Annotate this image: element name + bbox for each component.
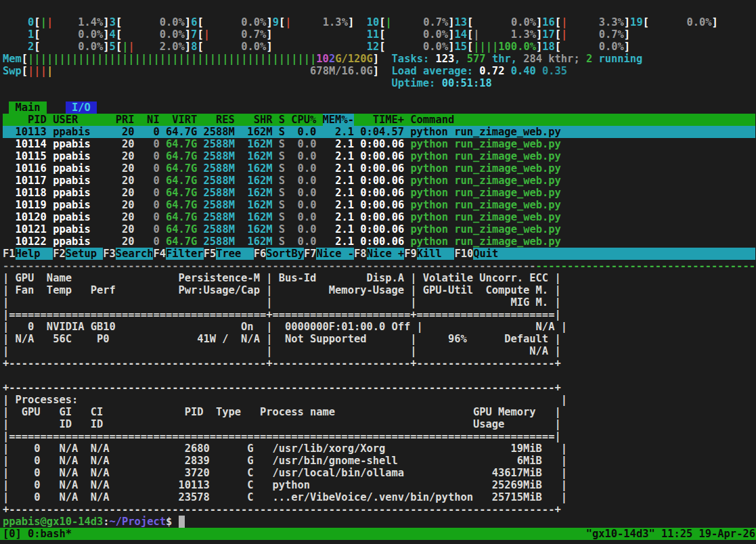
htop-row-10116[interactable]: 10116 ppabis 20 0 64.7G 2588M 162M S 0.0… <box>3 162 756 175</box>
htop-row-10117-text: 2588M <box>204 175 242 187</box>
selected-row-text[interactable]: 10113 ppabis 20 0 64.7G 2588M 162M S 0.0… <box>3 126 755 138</box>
htop-row-10121[interactable]: 10121 ppabis 20 0 64.7G 2588M 162M S 0.0… <box>3 223 756 235</box>
fkey-help[interactable]: Help <box>16 248 53 260</box>
fkey-f9-key[interactable]: F9 <box>404 248 417 260</box>
tab-main[interactable]: Main <box>9 101 47 114</box>
cpu-meters-row-3-text: [ <box>116 41 122 53</box>
cpu-meters-row-1-text <box>3 16 28 28</box>
htop-row-10118[interactable]: 10118 ppabis 20 0 64.7G 2588M 162M S 0.0… <box>3 187 756 199</box>
htop-row-10118-text: python run_zimage_web.py <box>410 187 560 199</box>
fkey-nice-minus[interactable]: Nice - <box>316 248 354 260</box>
htop-row-10119-text: 64.7G <box>166 199 204 211</box>
cpu-meters-row-2-text: ] <box>266 28 272 41</box>
pane-separator: ----------------------------------------… <box>3 260 756 272</box>
header-left-columns[interactable]: PID USER PRI NI VIRT RES SHR S CPU% <box>3 114 323 126</box>
htop-row-10121-text: S <box>279 223 292 235</box>
fkey-f2-key[interactable]: F2 <box>53 248 66 260</box>
htop-row-10122-text: 10122 <box>3 235 53 248</box>
fkey-f10-key[interactable]: F10 <box>454 248 473 260</box>
uptime-row: Uptime: 00:51:18 <box>3 77 756 89</box>
htop-row-10115[interactable]: 10115 ppabis 20 0 64.7G 2588M 162M S 0.0… <box>3 150 756 162</box>
tasks-label: Tasks: <box>392 53 436 65</box>
fkey-f1-key[interactable]: F1 <box>3 248 16 260</box>
gpu-table-header-3: | | | MIG M. | <box>3 296 756 309</box>
htop-row-10122-text: 0 <box>141 235 166 248</box>
cpu-meters-row-2-text: 0.0% <box>385 28 448 41</box>
htop-row-10114[interactable]: 10114 ppabis 20 0 64.7G 2588M 162M S 0.0… <box>3 138 756 150</box>
fkey-nice-plus[interactable]: Nice + <box>367 248 405 260</box>
htop-row-10122-text: 0.0 <box>291 235 322 248</box>
cpu-meters-row-1-text: 10 <box>367 16 380 28</box>
htop-row-10115-text: 0.0 <box>291 150 322 162</box>
fkey-f7-key[interactable]: F7 <box>304 248 317 260</box>
fkey-f4-key[interactable]: F4 <box>153 248 166 260</box>
fkey-f5-key[interactable]: F5 <box>204 248 217 260</box>
gpu-processes-separator: |=======================================… <box>3 430 756 443</box>
fkey-f3-key[interactable]: F3 <box>103 248 116 260</box>
htop-row-10121-text: 64.7G <box>166 223 204 235</box>
cursor-block[interactable] <box>179 516 185 528</box>
fkey-sortby[interactable]: SortBy <box>266 248 304 260</box>
cpu-meters-row-2-text: ] <box>624 28 630 41</box>
htop-row-10120[interactable]: 10120 ppabis 20 0 64.7G 2588M 162M S 0.0… <box>3 211 756 223</box>
tab-io[interactable]: I/O <box>66 101 97 114</box>
gpu-process-row-2680: | 0 N/A N/A 2680 G /usr/lib/xorg/Xorg 19… <box>3 443 756 455</box>
gpu-table-header-3-text: | | | MIG M. | <box>3 296 561 309</box>
gpu-process-row-3720: | 0 N/A N/A 3720 C /usr/local/bin/ollama… <box>3 467 756 479</box>
fkey-f6-key[interactable]: F6 <box>254 248 267 260</box>
cpu-meters-row-3-text: 0.0% <box>561 41 624 53</box>
fkey-search[interactable]: Search <box>116 248 154 260</box>
cpu-meters-row-3-text: 0.0% <box>385 41 448 53</box>
cpu-meters-row-1-text: [ <box>34 16 40 28</box>
header-right-columns[interactable]: TIME+ Command <box>354 114 755 126</box>
tmux-status-spacer <box>72 528 586 540</box>
htop-row-10113-selected[interactable]: 10113 ppabis 20 0 64.7G 2588M 162M S 0.0… <box>3 126 756 138</box>
cpu-meters-row-2-text: [ <box>467 28 473 41</box>
fkey-setup[interactable]: Setup <box>66 248 104 260</box>
htop-table-header[interactable]: PID USER PRI NI VIRT RES SHR S CPU% MEM%… <box>3 114 756 126</box>
cpu-meters-row-3-text: [ <box>467 41 473 53</box>
cpu-meters-row-2-text: 14 <box>454 28 467 41</box>
htop-tabs: Main I/O <box>3 101 756 114</box>
prompt-user-host: ppabis@gx10-14d3 <box>3 516 103 528</box>
htop-row-10115-text: python run_zimage_web.py <box>410 150 560 162</box>
fkey-filter[interactable]: Filter <box>166 248 204 260</box>
prompt-path: ~/Project <box>110 516 166 528</box>
cpu-meters-row-1-text: [ <box>643 16 649 28</box>
htop-row-10122-text: 0:00.06 <box>354 235 410 248</box>
header-sort-column-mem[interactable]: MEM%- <box>323 114 354 126</box>
htop-row-10119-text: 2588M <box>204 199 242 211</box>
fkey-kill[interactable]: Kill <box>417 248 455 260</box>
htop-row-10117-text: S <box>279 175 292 187</box>
htop-row-10121-text: 10121 <box>3 223 53 235</box>
htop-row-10122[interactable]: 10122 ppabis 20 0 64.7G 2588M 162M S 0.0… <box>3 235 756 248</box>
htop-row-10121-text: 0.0 <box>291 223 322 235</box>
fkey-f8-key[interactable]: F8 <box>354 248 367 260</box>
htop-row-10120-text: 0:00.06 <box>354 211 410 223</box>
load-5min: 0.40 <box>504 65 535 77</box>
htop-tabs-text <box>47 101 66 114</box>
cpu-meters-row-1-text: 13 <box>455 16 468 28</box>
fkey-quit[interactable]: Quit <box>473 248 755 260</box>
htop-row-10120-text: 20 <box>116 211 141 223</box>
fkey-tree[interactable]: Tree <box>216 248 254 260</box>
tmux-window-list[interactable]: [0] 0:bash* <box>3 528 72 540</box>
htop-row-10117-text: 0:00.06 <box>354 175 410 187</box>
htop-row-10119[interactable]: 10119 ppabis 20 0 64.7G 2588M 162M S 0.0… <box>3 199 756 211</box>
htop-row-10114-text: 2.1 <box>323 138 354 150</box>
cpu-meters-row-2-text: | <box>561 28 567 41</box>
gpu-table-separator: |=======================================… <box>3 309 756 321</box>
cpu-meters-row-2-text <box>273 28 367 41</box>
shell-prompt[interactable]: ppabis@gx10-14d3:~/Project$ <box>3 516 756 528</box>
gpu-processes-separator-text: |=======================================… <box>3 430 561 443</box>
load-1min: 0.72 <box>479 65 504 77</box>
htop-row-10119-text: 0.0 <box>291 199 322 211</box>
htop-row-10122-text: S <box>279 235 292 248</box>
cpu-meters-row-3-text: 5 <box>110 41 116 53</box>
htop-row-10122-text: 64.7G <box>166 235 204 248</box>
htop-row-10118-text: 20 <box>116 187 141 199</box>
cpu-meters-row-2-text: [ <box>379 28 385 41</box>
htop-row-10117[interactable]: 10117 ppabis 20 0 64.7G 2588M 162M S 0.0… <box>3 175 756 187</box>
htop-row-10114-text: 64.7G <box>166 138 204 150</box>
htop-row-10119-text: 162M <box>241 199 279 211</box>
